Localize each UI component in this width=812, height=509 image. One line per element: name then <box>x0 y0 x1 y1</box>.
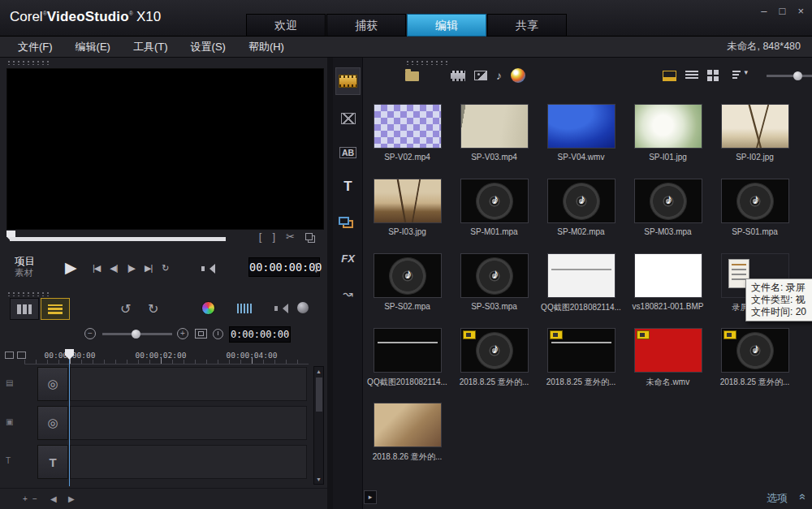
track-overlay-side-icon[interactable]: ▣ <box>6 417 13 426</box>
import-folder-icon[interactable] <box>405 71 419 81</box>
zoom-slider-knob[interactable] <box>132 330 140 339</box>
preview-scrub-bar[interactable] <box>10 237 226 241</box>
mode-clip-label[interactable]: 素材 <box>15 267 35 278</box>
timeline-drag-handle[interactable] <box>6 291 50 296</box>
filter-video-icon[interactable] <box>451 71 465 81</box>
menu-edit[interactable]: 编辑(E) <box>76 37 110 57</box>
split-clip-icon[interactable]: ✂ <box>286 231 295 243</box>
gallery-titles[interactable]: T <box>335 173 361 201</box>
play-button[interactable]: ▶ <box>65 258 77 277</box>
library-item-18[interactable]: 未命名.wmv <box>624 322 711 397</box>
zoom-in-button[interactable]: + <box>177 328 188 339</box>
track-overlay-button[interactable]: ◎ <box>37 406 68 440</box>
transport-prev-frame[interactable]: ◀| <box>110 263 117 274</box>
track-buttons[interactable] <box>5 352 26 359</box>
audio-ducking-icon[interactable] <box>278 304 288 313</box>
color-wheel-icon[interactable] <box>201 301 215 315</box>
track-video-lane[interactable] <box>70 367 307 401</box>
scrollbar-thumb[interactable] <box>316 377 322 412</box>
spin-up-icon[interactable]: ▲ <box>314 260 317 267</box>
spin-down-icon[interactable]: ▼ <box>314 267 317 274</box>
scroll-left-button[interactable]: ◀ <box>50 494 57 503</box>
mixer-knob-icon[interactable] <box>297 302 309 313</box>
menu-file[interactable]: 文件(F) <box>18 37 53 57</box>
library-item-16[interactable]: ♪2018.8.25 意外的... <box>451 322 538 397</box>
library-item-1[interactable]: SP-V03.mp4 <box>451 98 538 173</box>
library-item-2[interactable]: SP-V04.wmv <box>538 98 624 173</box>
library-item-11[interactable]: ♪SP-S03.mpa <box>451 248 538 322</box>
tab-capture[interactable]: 捕获 <box>326 14 406 37</box>
library-item-4[interactable]: SP-I02.jpg <box>711 98 798 173</box>
library-item-0[interactable]: SP-V02.mp4 <box>364 98 451 173</box>
remove-track-button[interactable]: − <box>32 494 37 503</box>
sound-mixer-icon[interactable] <box>237 304 253 313</box>
transport-next-frame[interactable]: |▶ <box>127 263 135 274</box>
panel-drag-handle[interactable] <box>6 60 50 65</box>
zoom-out-button[interactable]: − <box>84 328 96 339</box>
gallery-filters[interactable]: FX <box>335 244 361 272</box>
filter-photo-icon[interactable] <box>474 71 487 80</box>
undo-button[interactable]: ↺ <box>120 301 131 317</box>
scroll-right-button[interactable]: ▶ <box>68 494 75 503</box>
timeline-timecode[interactable]: 0:00:00:00 <box>229 326 291 343</box>
scroll-down-icon[interactable]: ▼ <box>314 477 323 482</box>
library-item-19[interactable]: ♪2018.8.25 意外的... <box>711 322 798 397</box>
chevrons-up-icon[interactable]: « <box>797 494 810 498</box>
transport-home[interactable]: |◀ <box>93 263 100 274</box>
transport-end[interactable]: ▶| <box>145 263 152 274</box>
mark-in-button[interactable]: [ <box>259 231 262 243</box>
library-item-15[interactable]: QQ截图2018082114... <box>364 322 451 397</box>
expand-arrow-button[interactable]: ▸ <box>364 490 377 504</box>
thumbnail-size-slider[interactable] <box>767 75 812 77</box>
gallery-motion-path[interactable]: ↝ <box>335 280 361 308</box>
list-view-icon[interactable] <box>685 71 698 80</box>
tracks-scrollbar[interactable]: ▲ ▼ <box>313 366 324 485</box>
gallery-transitions[interactable] <box>335 105 361 132</box>
gallery-graphics[interactable] <box>335 209 361 236</box>
gallery-ab[interactable]: AB <box>335 139 361 166</box>
thumbnail-view-icon[interactable] <box>663 71 676 81</box>
tab-welcome[interactable]: 欢迎 <box>246 14 326 37</box>
gallery-media[interactable] <box>335 67 361 95</box>
timecode-spinner[interactable]: ▲ ▼ <box>314 260 317 274</box>
library-item-20[interactable]: 2018.8.26 意外的... <box>364 397 451 472</box>
menu-tools[interactable]: 工具(T) <box>133 37 168 57</box>
storyboard-view-button[interactable] <box>10 298 39 320</box>
menu-help[interactable]: 帮助(H) <box>248 37 284 57</box>
fit-project-icon[interactable] <box>195 329 207 339</box>
track-title-lane[interactable] <box>70 445 307 479</box>
grid-view-icon[interactable] <box>707 70 719 81</box>
redo-button[interactable]: ↻ <box>148 301 158 317</box>
track-video-side-icon[interactable]: ▤ <box>6 378 13 387</box>
preview-timecode[interactable]: 00:00:00:00 ▲ ▼ <box>248 257 320 277</box>
library-item-10[interactable]: ♪SP-S02.mpa <box>364 248 451 322</box>
close-button[interactable]: × <box>797 5 804 17</box>
size-slider-knob[interactable] <box>793 71 802 80</box>
transport-repeat[interactable]: ↻ <box>162 263 168 274</box>
library-item-13[interactable]: vs180821-001.BMP <box>624 248 711 322</box>
library-item-8[interactable]: ♪SP-M03.mpa <box>624 173 711 248</box>
track-video-button[interactable]: ◎ <box>37 367 68 401</box>
tab-share[interactable]: 共享 <box>487 14 567 37</box>
scroll-up-icon[interactable]: ▲ <box>314 369 323 374</box>
mark-out-button[interactable]: ] <box>272 231 275 243</box>
mode-project-label[interactable]: 项目 <box>15 256 35 267</box>
duration-icon[interactable] <box>213 329 223 339</box>
library-item-5[interactable]: SP-I03.jpg <box>364 173 451 248</box>
library-item-3[interactable]: SP-I01.jpg <box>624 98 711 173</box>
library-item-6[interactable]: ♪SP-M01.mpa <box>451 173 538 248</box>
track-title-side-icon[interactable]: T <box>6 456 11 465</box>
volume-icon[interactable] <box>205 264 215 274</box>
library-item-17[interactable]: 2018.8.25 意外的... <box>538 322 624 397</box>
timeline-view-button[interactable] <box>41 298 70 320</box>
track-overlay-lane[interactable] <box>70 406 307 440</box>
maximize-button[interactable]: □ <box>780 5 786 17</box>
library-item-12[interactable]: QQ截图2018082114... <box>538 248 624 322</box>
library-drag-handle[interactable] <box>405 60 449 65</box>
add-track-button[interactable]: + <box>23 494 28 503</box>
library-item-9[interactable]: ♪SP-S01.mpa <box>711 173 798 248</box>
filter-audio-icon[interactable]: ♪ <box>496 70 502 81</box>
minimize-button[interactable]: – <box>761 5 767 17</box>
menu-settings[interactable]: 设置(S) <box>191 37 226 57</box>
enlarge-preview-icon[interactable] <box>305 233 313 240</box>
